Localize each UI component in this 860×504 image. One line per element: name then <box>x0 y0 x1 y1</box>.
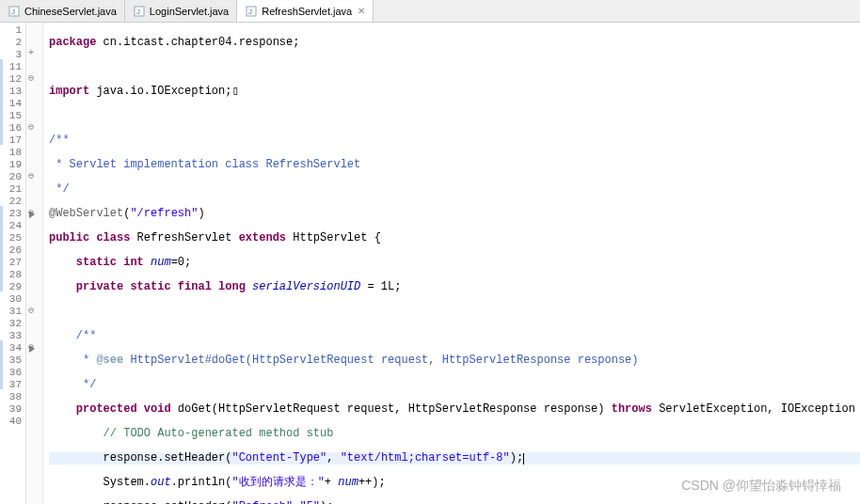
editor-tabs: J ChineseServlet.java J LoginServlet.jav… <box>0 0 860 23</box>
line-number: 35 <box>0 354 25 367</box>
line-number: 31 <box>0 306 25 318</box>
java-file-icon: J <box>245 5 258 18</box>
svg-text:J: J <box>136 8 140 16</box>
text-cursor <box>523 453 524 465</box>
line-number: 2 <box>0 37 25 49</box>
tab-label: ChineseServlet.java <box>24 6 117 17</box>
line-number: 34 <box>0 342 25 354</box>
java-file-icon: J <box>8 5 21 18</box>
line-number: 12 <box>0 73 25 86</box>
line-number: 32 <box>0 318 25 330</box>
line-number: 28 <box>0 269 25 281</box>
fold-expanded-icon[interactable] <box>26 122 42 134</box>
line-number: 21 <box>0 183 25 196</box>
svg-text:J: J <box>11 8 15 16</box>
line-number: 33 <box>0 330 25 342</box>
tab-refresh-servlet[interactable]: J RefreshServlet.java ✕ <box>237 0 374 22</box>
line-number: 23 <box>0 208 25 220</box>
line-number: 18 <box>0 147 25 159</box>
line-number: 37 <box>0 379 25 391</box>
line-number: 20 <box>0 171 25 183</box>
line-number: 19 <box>0 159 25 171</box>
line-number: 24 <box>0 220 25 232</box>
line-number: 38 <box>0 391 25 403</box>
line-number: 39 <box>0 403 25 416</box>
java-file-icon: J <box>133 5 146 18</box>
fold-expanded-icon[interactable] <box>26 73 42 86</box>
line-number-gutter: 1231112131415161718192021222324252627282… <box>0 23 26 504</box>
fold-expanded-icon[interactable] <box>26 208 42 220</box>
code-area[interactable]: package cn.itcast.chapter04.response; im… <box>43 23 860 504</box>
fold-expanded-icon[interactable] <box>26 306 42 318</box>
fold-expanded-icon[interactable] <box>26 171 42 183</box>
line-number: 25 <box>0 232 25 244</box>
fold-expanded-icon[interactable] <box>26 342 42 354</box>
line-number: 27 <box>0 257 25 269</box>
svg-text:J: J <box>248 8 252 16</box>
tab-chinese-servlet[interactable]: J ChineseServlet.java <box>0 0 125 22</box>
watermark-text: CSDN @仰望怡淼钟锝悻福 <box>681 478 841 495</box>
line-number: 26 <box>0 244 25 257</box>
line-number: 29 <box>0 281 25 293</box>
line-number: 22 <box>0 196 25 208</box>
line-number: 40 <box>0 416 25 428</box>
tab-label: RefreshServlet.java <box>262 6 352 17</box>
tab-label: LoginServlet.java <box>150 6 229 17</box>
line-number: 13 <box>0 86 25 98</box>
line-number: 36 <box>0 367 25 379</box>
close-icon[interactable]: ✕ <box>358 6 365 16</box>
line-number: 1 <box>0 24 25 37</box>
tab-login-servlet[interactable]: J LoginServlet.java <box>125 0 237 22</box>
line-number: 11 <box>0 61 25 73</box>
line-number: 17 <box>0 134 25 147</box>
line-number: 15 <box>0 110 25 122</box>
line-number: 14 <box>0 98 25 110</box>
line-number: 16 <box>0 122 25 134</box>
fold-collapsed-icon[interactable] <box>26 49 42 61</box>
line-number: 3 <box>0 49 25 61</box>
line-number: 30 <box>0 293 25 306</box>
code-editor: 1231112131415161718192021222324252627282… <box>0 23 860 504</box>
folding-gutter <box>26 23 43 504</box>
